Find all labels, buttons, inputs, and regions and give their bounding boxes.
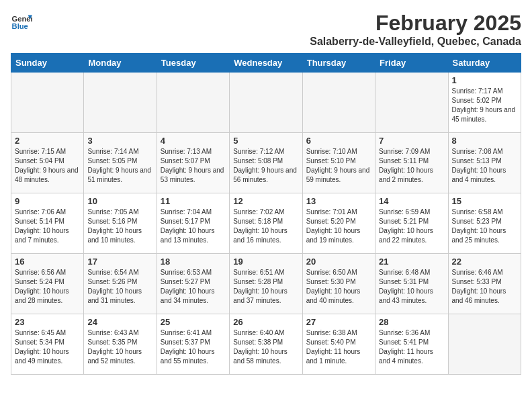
calendar-cell [375, 73, 448, 133]
title-section: February 2025 Salaberry-de-Valleyfield, … [310, 11, 521, 48]
day-info: Sunrise: 6:36 AM Sunset: 5:41 PM Dayligh… [379, 328, 444, 366]
logo: General Blue [11, 11, 32, 32]
day-number: 17 [87, 257, 152, 267]
day-info: Sunrise: 6:51 AM Sunset: 5:28 PM Dayligh… [233, 268, 298, 306]
day-number: 5 [233, 136, 298, 146]
weekday-header-tuesday: Tuesday [157, 54, 229, 73]
calendar-cell: 11Sunrise: 7:04 AM Sunset: 5:17 PM Dayli… [157, 193, 229, 254]
day-number: 28 [379, 317, 444, 327]
day-number: 16 [15, 257, 80, 267]
calendar-cell: 16Sunrise: 6:56 AM Sunset: 5:24 PM Dayli… [11, 254, 84, 314]
day-number: 21 [379, 257, 444, 267]
weekday-header-thursday: Thursday [302, 54, 375, 73]
weekday-header-saturday: Saturday [448, 54, 521, 73]
page-header: General Blue February 2025 Salaberry-de-… [11, 11, 521, 48]
calendar-cell [84, 73, 157, 133]
calendar-cell: 24Sunrise: 6:43 AM Sunset: 5:35 PM Dayli… [84, 314, 157, 375]
calendar-cell [302, 73, 375, 133]
calendar-cell: 21Sunrise: 6:48 AM Sunset: 5:31 PM Dayli… [375, 254, 448, 314]
calendar-cell: 14Sunrise: 6:59 AM Sunset: 5:21 PM Dayli… [375, 193, 448, 254]
day-info: Sunrise: 6:46 AM Sunset: 5:33 PM Dayligh… [452, 268, 517, 306]
calendar-cell: 8Sunrise: 7:08 AM Sunset: 5:13 PM Daylig… [448, 133, 521, 193]
day-number: 14 [379, 196, 444, 206]
weekday-header-sunday: Sunday [11, 54, 84, 73]
calendar-cell: 3Sunrise: 7:14 AM Sunset: 5:05 PM Daylig… [84, 133, 157, 193]
day-info: Sunrise: 6:54 AM Sunset: 5:26 PM Dayligh… [87, 268, 152, 306]
calendar-week-row: 2Sunrise: 7:15 AM Sunset: 5:04 PM Daylig… [11, 133, 521, 193]
day-number: 19 [233, 257, 298, 267]
calendar-cell: 28Sunrise: 6:36 AM Sunset: 5:41 PM Dayli… [375, 314, 448, 375]
calendar-cell: 26Sunrise: 6:40 AM Sunset: 5:38 PM Dayli… [230, 314, 302, 375]
calendar-cell: 10Sunrise: 7:05 AM Sunset: 5:16 PM Dayli… [84, 193, 157, 254]
calendar-cell: 20Sunrise: 6:50 AM Sunset: 5:30 PM Dayli… [302, 254, 375, 314]
day-number: 6 [306, 136, 371, 146]
calendar-cell [230, 73, 302, 133]
calendar-cell: 19Sunrise: 6:51 AM Sunset: 5:28 PM Dayli… [230, 254, 302, 314]
day-info: Sunrise: 7:15 AM Sunset: 5:04 PM Dayligh… [15, 147, 80, 185]
day-info: Sunrise: 7:10 AM Sunset: 5:10 PM Dayligh… [306, 147, 371, 185]
day-number: 27 [306, 317, 371, 327]
day-number: 26 [233, 317, 298, 327]
day-info: Sunrise: 7:01 AM Sunset: 5:20 PM Dayligh… [306, 208, 371, 245]
calendar-cell: 1Sunrise: 7:17 AM Sunset: 5:02 PM Daylig… [448, 73, 521, 133]
calendar-cell: 15Sunrise: 6:58 AM Sunset: 5:23 PM Dayli… [448, 193, 521, 254]
day-number: 18 [161, 257, 226, 267]
calendar-week-row: 9Sunrise: 7:06 AM Sunset: 5:14 PM Daylig… [11, 193, 521, 254]
location-title: Salaberry-de-Valleyfield, Quebec, Canada [310, 36, 521, 48]
calendar-cell: 22Sunrise: 6:46 AM Sunset: 5:33 PM Dayli… [448, 254, 521, 314]
day-number: 1 [452, 75, 517, 85]
calendar-cell: 12Sunrise: 7:02 AM Sunset: 5:18 PM Dayli… [230, 193, 302, 254]
day-number: 2 [15, 136, 80, 146]
day-info: Sunrise: 7:14 AM Sunset: 5:05 PM Dayligh… [87, 147, 152, 185]
logo-icon: General Blue [11, 11, 32, 32]
calendar-cell: 6Sunrise: 7:10 AM Sunset: 5:10 PM Daylig… [302, 133, 375, 193]
day-info: Sunrise: 7:08 AM Sunset: 5:13 PM Dayligh… [452, 147, 517, 185]
day-info: Sunrise: 7:04 AM Sunset: 5:17 PM Dayligh… [161, 208, 226, 245]
calendar-cell: 4Sunrise: 7:13 AM Sunset: 5:07 PM Daylig… [157, 133, 229, 193]
day-number: 24 [87, 317, 152, 327]
weekday-header-monday: Monday [84, 54, 157, 73]
day-info: Sunrise: 7:12 AM Sunset: 5:08 PM Dayligh… [233, 147, 298, 185]
calendar-week-row: 1Sunrise: 7:17 AM Sunset: 5:02 PM Daylig… [11, 73, 521, 133]
day-info: Sunrise: 7:17 AM Sunset: 5:02 PM Dayligh… [452, 87, 517, 124]
day-info: Sunrise: 6:41 AM Sunset: 5:37 PM Dayligh… [161, 328, 226, 366]
calendar-cell [448, 314, 521, 375]
day-number: 7 [379, 136, 444, 146]
calendar-cell: 13Sunrise: 7:01 AM Sunset: 5:20 PM Dayli… [302, 193, 375, 254]
day-number: 3 [87, 136, 152, 146]
day-info: Sunrise: 7:09 AM Sunset: 5:11 PM Dayligh… [379, 147, 444, 185]
day-number: 20 [306, 257, 371, 267]
day-number: 12 [233, 196, 298, 206]
calendar-cell: 23Sunrise: 6:45 AM Sunset: 5:34 PM Dayli… [11, 314, 84, 375]
svg-text:Blue: Blue [12, 22, 28, 30]
day-info: Sunrise: 6:59 AM Sunset: 5:21 PM Dayligh… [379, 208, 444, 245]
day-number: 13 [306, 196, 371, 206]
calendar-cell: 25Sunrise: 6:41 AM Sunset: 5:37 PM Dayli… [157, 314, 229, 375]
day-number: 8 [452, 136, 517, 146]
day-info: Sunrise: 6:43 AM Sunset: 5:35 PM Dayligh… [87, 328, 152, 366]
weekday-header-row: SundayMondayTuesdayWednesdayThursdayFrid… [11, 54, 521, 73]
calendar-cell [157, 73, 229, 133]
day-info: Sunrise: 6:50 AM Sunset: 5:30 PM Dayligh… [306, 268, 371, 306]
calendar-week-row: 16Sunrise: 6:56 AM Sunset: 5:24 PM Dayli… [11, 254, 521, 314]
day-info: Sunrise: 7:13 AM Sunset: 5:07 PM Dayligh… [161, 147, 226, 185]
calendar-table: SundayMondayTuesdayWednesdayThursdayFrid… [11, 53, 521, 375]
calendar-cell: 17Sunrise: 6:54 AM Sunset: 5:26 PM Dayli… [84, 254, 157, 314]
calendar-cell: 5Sunrise: 7:12 AM Sunset: 5:08 PM Daylig… [230, 133, 302, 193]
calendar-cell: 2Sunrise: 7:15 AM Sunset: 5:04 PM Daylig… [11, 133, 84, 193]
day-number: 9 [15, 196, 80, 206]
day-info: Sunrise: 7:06 AM Sunset: 5:14 PM Dayligh… [15, 208, 80, 245]
calendar-cell: 18Sunrise: 6:53 AM Sunset: 5:27 PM Dayli… [157, 254, 229, 314]
day-number: 15 [452, 196, 517, 206]
calendar-cell: 9Sunrise: 7:06 AM Sunset: 5:14 PM Daylig… [11, 193, 84, 254]
day-info: Sunrise: 7:05 AM Sunset: 5:16 PM Dayligh… [87, 208, 152, 245]
day-number: 22 [452, 257, 517, 267]
weekday-header-friday: Friday [375, 54, 448, 73]
day-info: Sunrise: 6:48 AM Sunset: 5:31 PM Dayligh… [379, 268, 444, 306]
month-title: February 2025 [310, 11, 521, 36]
day-info: Sunrise: 6:56 AM Sunset: 5:24 PM Dayligh… [15, 268, 80, 306]
day-info: Sunrise: 6:45 AM Sunset: 5:34 PM Dayligh… [15, 328, 80, 366]
weekday-header-wednesday: Wednesday [230, 54, 302, 73]
day-info: Sunrise: 6:38 AM Sunset: 5:40 PM Dayligh… [306, 328, 371, 366]
calendar-week-row: 23Sunrise: 6:45 AM Sunset: 5:34 PM Dayli… [11, 314, 521, 375]
